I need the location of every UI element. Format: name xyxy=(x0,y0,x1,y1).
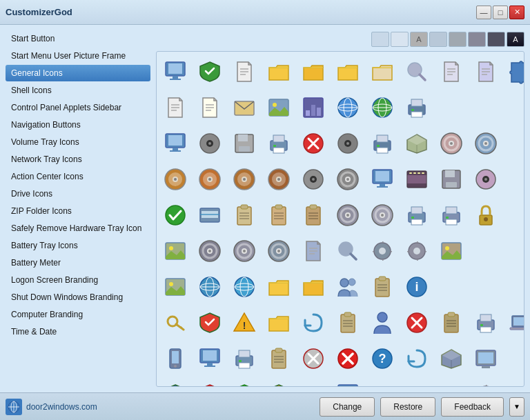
icon-cell-r4-c2[interactable] xyxy=(228,199,260,231)
feedback-button[interactable]: Feedback xyxy=(441,397,504,417)
toolbar-size-btn-0[interactable] xyxy=(371,32,389,47)
icon-cell-r0-c8[interactable] xyxy=(435,56,467,88)
sidebar-item-time-date[interactable]: Time & Date xyxy=(6,323,150,340)
icon-cell-r3-c6[interactable] xyxy=(366,163,398,195)
sidebar-item-start-menu-user-picture[interactable]: Start Menu User Picture Frame xyxy=(6,48,150,64)
icon-cell-r8-c2[interactable] xyxy=(228,343,260,374)
sidebar-item-battery-meter[interactable]: Battery Meter xyxy=(6,254,150,271)
icon-cell-r1-c3[interactable] xyxy=(263,92,295,123)
icon-cell-r6-c5[interactable] xyxy=(332,271,364,303)
icon-cell-r9-c6[interactable] xyxy=(366,379,398,387)
icon-cell-r7-c0[interactable] xyxy=(159,307,191,339)
icon-cell-r8-c6[interactable]: ? xyxy=(366,343,398,374)
icon-cell-r2-c7[interactable] xyxy=(401,128,433,159)
icon-cell-r4-c4[interactable] xyxy=(297,199,329,231)
sidebar-item-shutdown-branding[interactable]: Shut Down Windows Branding xyxy=(6,289,150,306)
icon-cell-r9-c2[interactable] xyxy=(228,379,260,387)
toolbar-size-btn-2[interactable]: A xyxy=(410,32,428,47)
icon-cell-r9-c1[interactable] xyxy=(194,379,226,387)
icon-cell-r9-c4[interactable] xyxy=(297,379,329,387)
icon-cell-r3-c7[interactable] xyxy=(401,163,433,195)
icon-cell-r4-c7[interactable] xyxy=(401,199,433,231)
icon-cell-r3-c1[interactable] xyxy=(194,163,226,195)
icon-cell-r2-c0[interactable] xyxy=(159,128,191,159)
minimize-button[interactable]: — xyxy=(476,6,491,19)
icon-cell-r6-c2[interactable] xyxy=(228,271,260,303)
icon-cell-r9-c5[interactable] xyxy=(332,379,364,387)
restore-button[interactable]: Restore xyxy=(380,397,435,417)
icon-cell-r7-c4[interactable] xyxy=(297,307,329,339)
icon-cell-r7-c6[interactable] xyxy=(366,307,398,339)
sidebar-item-zip-folder[interactable]: ZIP Folder Icons xyxy=(6,203,150,219)
icon-cell-r7-c5[interactable] xyxy=(332,307,364,339)
sidebar-item-computer-branding[interactable]: Computer Branding xyxy=(6,306,150,323)
icon-cell-r0-c0[interactable] xyxy=(159,56,191,88)
sidebar-item-drive-icons[interactable]: Drive Icons xyxy=(6,186,150,202)
icon-cell-r0-c6[interactable] xyxy=(366,56,398,88)
toolbar-size-btn-1[interactable] xyxy=(391,32,409,47)
icon-cell-r4-c1[interactable] xyxy=(194,199,226,231)
icon-cell-r7-c2[interactable]: ! xyxy=(228,307,260,339)
icon-cell-r9-c0[interactable] xyxy=(159,379,191,387)
icon-cell-r1-c7[interactable] xyxy=(401,92,433,123)
icon-cell-r1-c1[interactable] xyxy=(194,92,226,123)
maximize-button[interactable]: □ xyxy=(493,6,508,19)
icon-cell-r2-c5[interactable] xyxy=(332,128,364,159)
icon-cell-r8-c8[interactable] xyxy=(435,343,467,374)
icon-cell-r9-c8[interactable] xyxy=(435,379,467,387)
icon-cell-r3-c5[interactable] xyxy=(332,163,364,195)
icon-cell-r0-c3[interactable] xyxy=(263,56,295,88)
icon-cell-r4-c6[interactable] xyxy=(366,199,398,231)
icon-cell-r5-c7[interactable] xyxy=(401,235,433,267)
icon-cell-r6-c0[interactable] xyxy=(159,271,191,303)
toolbar-size-btn-6[interactable] xyxy=(487,32,505,47)
icon-cell-r3-c2[interactable] xyxy=(228,163,260,195)
icon-cell-r7-c7[interactable] xyxy=(401,307,433,339)
icon-cell-r6-c3[interactable] xyxy=(263,271,295,303)
sidebar-item-control-panel[interactable]: Control Panel Applets Sidebar xyxy=(6,99,150,116)
icon-cell-r4-c8[interactable] xyxy=(435,199,467,231)
sidebar-item-action-center[interactable]: Action Center Icons xyxy=(6,168,150,185)
icon-cell-r6-c7[interactable]: i xyxy=(401,271,433,303)
close-button[interactable]: ✕ xyxy=(509,6,524,19)
icon-cell-r8-c7[interactable] xyxy=(401,343,433,374)
change-button[interactable]: Change xyxy=(320,397,375,417)
icon-cell-r1-c6[interactable] xyxy=(366,92,398,123)
icon-cell-r7-c9[interactable] xyxy=(470,307,502,339)
icon-cell-r0-c2[interactable] xyxy=(228,56,260,88)
icon-cell-r3-c9[interactable] xyxy=(470,163,502,195)
sidebar-item-shell-icons[interactable]: Shell Icons xyxy=(6,82,150,99)
icon-cell-r7-c8[interactable] xyxy=(435,307,467,339)
icon-cell-r4-c3[interactable] xyxy=(263,199,295,231)
sidebar-item-logon-screen[interactable]: Logon Screen Branding xyxy=(6,272,150,288)
icon-cell-r5-c8[interactable] xyxy=(435,235,467,267)
icon-cell-r0-c9[interactable] xyxy=(470,56,502,88)
icon-cell-r2-c4[interactable] xyxy=(297,128,329,159)
sidebar-item-start-button[interactable]: Start Button xyxy=(6,30,150,47)
icon-cell-r0-c5[interactable] xyxy=(332,56,364,88)
sidebar-item-navigation-buttons[interactable]: Navigation Buttons xyxy=(6,117,150,133)
icon-cell-r2-c9[interactable] xyxy=(470,128,502,159)
icon-cell-r3-c8[interactable] xyxy=(435,163,467,195)
icon-cell-r5-c1[interactable] xyxy=(194,235,226,267)
toolbar-size-btn-5[interactable] xyxy=(468,32,486,47)
icon-cell-r3-c3[interactable] xyxy=(263,163,295,195)
icon-cell-r4-c0[interactable] xyxy=(159,199,191,231)
icon-cell-r5-c4[interactable] xyxy=(297,235,329,267)
icon-cell-r5-c5[interactable] xyxy=(332,235,364,267)
sidebar-item-battery-tray[interactable]: Battery Tray Icons xyxy=(6,237,150,254)
icon-cell-r6-c4[interactable] xyxy=(297,271,329,303)
toolbar-size-btn-4[interactable] xyxy=(449,32,467,47)
icon-cell-r4-c5[interactable] xyxy=(332,199,364,231)
icon-cell-r6-c1[interactable] xyxy=(194,271,226,303)
icon-cell-r5-c3[interactable] xyxy=(263,235,295,267)
icon-cell-r1-c5[interactable] xyxy=(332,92,364,123)
icon-cell-r3-c4[interactable] xyxy=(297,163,329,195)
sidebar-item-volume-tray[interactable]: Volume Tray Icons xyxy=(6,134,150,150)
icon-cell-r5-c6[interactable] xyxy=(366,235,398,267)
icon-cell-r8-c4[interactable] xyxy=(297,343,329,374)
icon-cell-r5-c2[interactable] xyxy=(228,235,260,267)
icon-cell-r1-c0[interactable] xyxy=(159,92,191,123)
toolbar-size-btn-3[interactable] xyxy=(429,32,447,47)
icon-cell-r7-c10[interactable] xyxy=(504,307,524,339)
